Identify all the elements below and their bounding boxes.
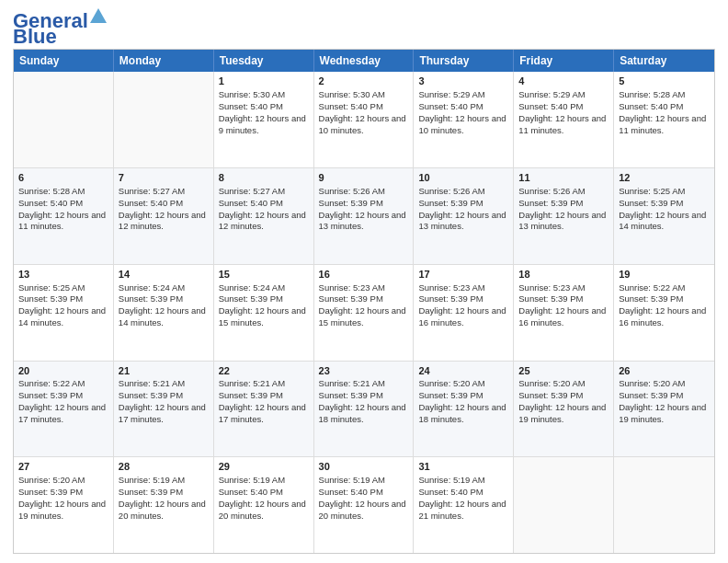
logo: General Blue	[13, 9, 107, 43]
day-number: 15	[219, 268, 309, 282]
calendar-day-4: 4Sunrise: 5:29 AMSunset: 5:40 PMDaylight…	[514, 72, 614, 167]
day-header-wednesday: Wednesday	[314, 50, 415, 72]
day-number: 4	[518, 75, 609, 88]
day-number: 16	[319, 268, 409, 282]
calendar-week-3: 13Sunrise: 5:25 AMSunset: 5:39 PMDayligh…	[14, 264, 714, 361]
sunrise-label: Sunrise: 5:19 AM	[119, 475, 185, 485]
day-number: 2	[319, 75, 409, 88]
day-number: 19	[619, 268, 710, 282]
calendar-day-12: 12Sunrise: 5:25 AMSunset: 5:39 PMDayligh…	[614, 168, 714, 264]
daylight-label: Daylight: 12 hours and 11 minutes.	[619, 113, 706, 135]
sunrise-label: Sunrise: 5:21 AM	[119, 378, 185, 388]
day-number: 14	[119, 268, 209, 282]
sunrise-label: Sunrise: 5:25 AM	[18, 282, 85, 293]
calendar-day-8: 8Sunrise: 5:27 AMSunset: 5:40 PMDaylight…	[214, 168, 314, 264]
sunset-label: Sunset: 5:39 PM	[119, 293, 183, 304]
sunset-label: Sunset: 5:40 PM	[18, 198, 83, 208]
sunrise-label: Sunrise: 5:26 AM	[418, 186, 484, 196]
day-number: 27	[18, 460, 108, 474]
calendar-day-21: 21Sunrise: 5:21 AMSunset: 5:39 PMDayligh…	[114, 362, 214, 457]
sunrise-label: Sunrise: 5:21 AM	[319, 378, 385, 388]
sunrise-label: Sunrise: 5:20 AM	[418, 378, 484, 388]
calendar-day-31: 31Sunrise: 5:19 AMSunset: 5:40 PMDayligh…	[414, 457, 514, 553]
sunrise-label: Sunrise: 5:30 AM	[319, 89, 385, 99]
sunrise-label: Sunrise: 5:24 AM	[119, 282, 185, 293]
sunrise-label: Sunrise: 5:20 AM	[619, 378, 685, 388]
sunrise-label: Sunrise: 5:23 AM	[418, 282, 484, 293]
empty-cell	[614, 457, 714, 553]
day-number: 1	[219, 75, 309, 88]
calendar-day-30: 30Sunrise: 5:19 AMSunset: 5:40 PMDayligh…	[314, 457, 415, 553]
empty-cell	[14, 72, 114, 167]
sunrise-label: Sunrise: 5:27 AM	[219, 186, 285, 196]
calendar-day-14: 14Sunrise: 5:24 AMSunset: 5:39 PMDayligh…	[114, 265, 214, 361]
daylight-label: Daylight: 12 hours and 10 minutes.	[418, 113, 506, 135]
day-header-thursday: Thursday	[414, 50, 514, 72]
calendar-day-24: 24Sunrise: 5:20 AMSunset: 5:39 PMDayligh…	[414, 362, 514, 457]
daylight-label: Daylight: 12 hours and 17 minutes.	[219, 402, 306, 424]
daylight-label: Daylight: 12 hours and 19 minutes.	[619, 402, 706, 424]
sunset-label: Sunset: 5:39 PM	[319, 198, 383, 208]
calendar-day-9: 9Sunrise: 5:26 AMSunset: 5:39 PMDaylight…	[314, 168, 415, 264]
daylight-label: Daylight: 12 hours and 14 minutes.	[619, 210, 706, 232]
sunset-label: Sunset: 5:39 PM	[219, 390, 283, 400]
sunrise-label: Sunrise: 5:28 AM	[619, 89, 685, 99]
sunset-label: Sunset: 5:39 PM	[619, 198, 683, 208]
calendar-day-1: 1Sunrise: 5:30 AMSunset: 5:40 PMDaylight…	[214, 72, 314, 167]
calendar-day-25: 25Sunrise: 5:20 AMSunset: 5:39 PMDayligh…	[514, 362, 614, 457]
sunset-label: Sunset: 5:40 PM	[219, 487, 283, 497]
day-header-sunday: Sunday	[14, 50, 114, 72]
sunrise-label: Sunrise: 5:21 AM	[219, 378, 285, 388]
logo-triangle-icon	[90, 7, 107, 28]
sunset-label: Sunset: 5:39 PM	[18, 487, 83, 497]
day-number: 11	[518, 171, 609, 185]
calendar-day-13: 13Sunrise: 5:25 AMSunset: 5:39 PMDayligh…	[14, 265, 114, 361]
sunrise-label: Sunrise: 5:29 AM	[418, 89, 484, 99]
day-number: 23	[319, 364, 409, 378]
daylight-label: Daylight: 12 hours and 11 minutes.	[518, 113, 606, 135]
calendar-day-19: 19Sunrise: 5:22 AMSunset: 5:39 PMDayligh…	[614, 265, 714, 361]
daylight-label: Daylight: 12 hours and 17 minutes.	[18, 402, 106, 424]
calendar-day-28: 28Sunrise: 5:19 AMSunset: 5:39 PMDayligh…	[114, 457, 214, 553]
calendar-header: SundayMondayTuesdayWednesdayThursdayFrid…	[14, 50, 714, 72]
day-number: 3	[418, 75, 508, 88]
day-number: 7	[119, 171, 209, 185]
daylight-label: Daylight: 12 hours and 18 minutes.	[319, 402, 406, 424]
daylight-label: Daylight: 12 hours and 15 minutes.	[219, 305, 306, 327]
day-number: 22	[219, 364, 309, 378]
sunrise-label: Sunrise: 5:28 AM	[18, 186, 85, 196]
calendar-day-20: 20Sunrise: 5:22 AMSunset: 5:39 PMDayligh…	[14, 362, 114, 457]
sunrise-label: Sunrise: 5:19 AM	[418, 475, 484, 485]
day-number: 29	[219, 460, 309, 474]
daylight-label: Daylight: 12 hours and 13 minutes.	[518, 210, 606, 232]
sunset-label: Sunset: 5:39 PM	[18, 293, 83, 304]
day-header-friday: Friday	[514, 50, 614, 72]
daylight-label: Daylight: 12 hours and 13 minutes.	[418, 210, 506, 232]
daylight-label: Daylight: 12 hours and 14 minutes.	[18, 305, 106, 327]
daylight-label: Daylight: 12 hours and 16 minutes.	[418, 305, 506, 327]
day-number: 20	[18, 364, 108, 378]
day-number: 6	[18, 171, 108, 185]
sunset-label: Sunset: 5:39 PM	[18, 390, 83, 400]
calendar-day-17: 17Sunrise: 5:23 AMSunset: 5:39 PMDayligh…	[414, 265, 514, 361]
sunrise-label: Sunrise: 5:23 AM	[518, 282, 585, 293]
day-header-monday: Monday	[114, 50, 214, 72]
calendar-day-5: 5Sunrise: 5:28 AMSunset: 5:40 PMDaylight…	[614, 72, 714, 167]
svg-marker-0	[90, 8, 107, 23]
sunrise-label: Sunrise: 5:26 AM	[319, 186, 385, 196]
daylight-label: Daylight: 12 hours and 16 minutes.	[518, 305, 606, 327]
day-number: 30	[319, 460, 409, 474]
calendar-day-18: 18Sunrise: 5:23 AMSunset: 5:39 PMDayligh…	[514, 265, 614, 361]
sunset-label: Sunset: 5:39 PM	[619, 293, 683, 304]
daylight-label: Daylight: 12 hours and 17 minutes.	[119, 402, 206, 424]
day-header-tuesday: Tuesday	[214, 50, 314, 72]
sunset-label: Sunset: 5:39 PM	[119, 487, 183, 497]
sunset-label: Sunset: 5:40 PM	[418, 487, 483, 497]
sunrise-label: Sunrise: 5:19 AM	[219, 475, 285, 485]
day-number: 9	[319, 171, 409, 185]
sunset-label: Sunset: 5:39 PM	[319, 293, 383, 304]
sunrise-label: Sunrise: 5:20 AM	[18, 475, 85, 485]
daylight-label: Daylight: 12 hours and 16 minutes.	[619, 305, 706, 327]
calendar: SundayMondayTuesdayWednesdayThursdayFrid…	[13, 49, 715, 554]
daylight-label: Daylight: 12 hours and 12 minutes.	[119, 210, 206, 232]
